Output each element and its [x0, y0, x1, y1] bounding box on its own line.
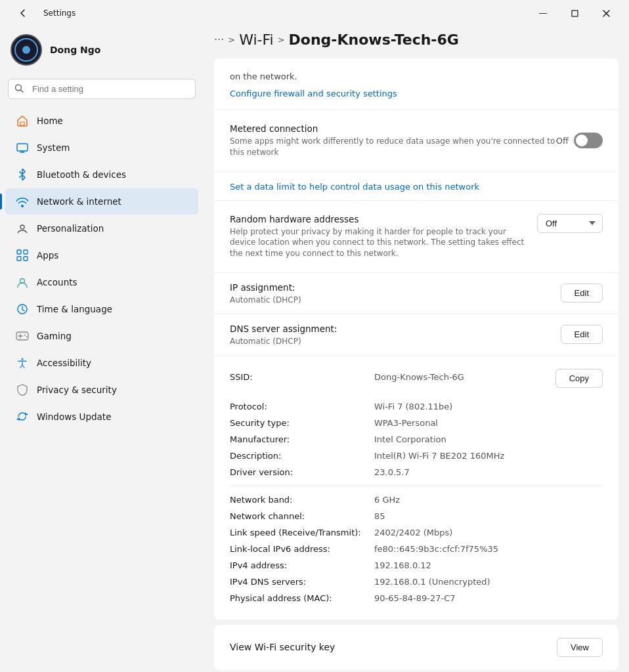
window-controls: —	[528, 4, 621, 22]
breadcrumb: ··· > Wi-Fi > Dong-Knows-Tech-6G	[214, 24, 618, 58]
svg-point-23	[22, 358, 24, 360]
search-icon	[14, 83, 24, 94]
sidebar-item-home[interactable]: Home	[5, 108, 198, 134]
driver-version-value: 23.0.5.7	[374, 467, 603, 477]
network-icon	[16, 195, 29, 208]
ip-value: Automatic (DHCP)	[230, 295, 301, 304]
back-button[interactable]	[8, 4, 38, 22]
sidebar-item-system[interactable]: System	[5, 135, 198, 161]
window-title: Settings	[43, 9, 76, 18]
view-button[interactable]: View	[557, 638, 603, 657]
sidebar-item-label-privacy: Privacy & security	[37, 385, 188, 395]
metered-toggle-label: Off	[556, 136, 569, 146]
svg-point-21	[24, 335, 26, 336]
security-type-value: WPA3-Personal	[374, 418, 603, 428]
description-row: Description: Intel(R) Wi-Fi 7 BE202 160M…	[230, 448, 603, 464]
svg-rect-12	[17, 257, 21, 261]
link-local-ipv6-value: fe80::645:9b3c:cfcf:7f75%35	[374, 544, 603, 554]
copy-button[interactable]: Copy	[555, 369, 603, 388]
sidebar-item-privacy[interactable]: Privacy & security	[5, 377, 198, 403]
dns-assignment-section: DNS server assignment: Automatic (DHCP) …	[214, 314, 618, 356]
breadcrumb-current: Dong-Knows-Tech-6G	[289, 32, 459, 48]
close-button[interactable]	[591, 4, 621, 22]
metered-label: Metered connection	[230, 123, 556, 134]
link-local-ipv6-label: Link-local IPv6 address:	[230, 544, 374, 554]
sidebar-item-label-gaming: Gaming	[37, 331, 188, 341]
svg-rect-0	[572, 10, 578, 16]
title-bar: Settings —	[0, 0, 629, 24]
minimize-button[interactable]: —	[528, 4, 558, 22]
sidebar-item-personalization[interactable]: Personalization	[5, 215, 198, 242]
svg-rect-10	[17, 250, 21, 254]
security-type-row: Security type: WPA3-Personal	[230, 415, 603, 431]
network-band-label: Network band:	[230, 495, 374, 505]
sidebar-item-label-home: Home	[37, 116, 188, 126]
random-hw-dropdown[interactable]: Off On Daily	[537, 214, 603, 233]
main-content: ··· > Wi-Fi > Dong-Knows-Tech-6G on the …	[204, 24, 629, 672]
avatar	[11, 34, 42, 66]
svg-line-4	[21, 90, 24, 93]
user-profile: Dong Ngo	[0, 24, 204, 76]
sidebar-item-time[interactable]: Time & language	[5, 296, 198, 322]
ip-edit-button[interactable]: Edit	[561, 284, 603, 303]
ipv4-dns-label: IPv4 DNS servers:	[230, 577, 374, 587]
protocol-label: Protocol:	[230, 402, 374, 411]
ipv4-address-label: IPv4 address:	[230, 560, 374, 570]
apps-icon	[16, 249, 29, 262]
breadcrumb-wifi[interactable]: Wi-Fi	[239, 32, 274, 48]
network-channel-value: 85	[374, 511, 603, 521]
sidebar-item-accessibility[interactable]: Accessibility	[5, 350, 198, 376]
sidebar-item-accounts[interactable]: Accounts	[5, 269, 198, 295]
random-hw-desc: Help protect your privacy by making it h…	[230, 226, 527, 259]
sidebar-item-label-windows-update: Windows Update	[37, 411, 188, 422]
maximize-button[interactable]	[559, 4, 590, 22]
sidebar-item-label-system: System	[37, 142, 188, 153]
driver-version-row: Driver version: 23.0.5.7	[230, 464, 603, 480]
sidebar-item-label-accessibility: Accessibility	[37, 358, 188, 368]
ipv4-address-value: 192.168.0.12	[374, 560, 603, 570]
ipv4-address-row: IPv4 address: 192.168.0.12	[230, 557, 603, 574]
manufacturer-row: Manufacturer: Intel Corporation	[230, 431, 603, 448]
wifi-security-label: View Wi-Fi security key	[230, 642, 335, 652]
sidebar-item-apps[interactable]: Apps	[5, 242, 198, 268]
data-limit-link[interactable]: Set a data limit to help control data us…	[230, 182, 479, 192]
breadcrumb-sep2: >	[278, 35, 285, 45]
dns-label: DNS server assignment:	[230, 324, 337, 334]
firewall-link[interactable]: Configure firewall and security settings	[230, 89, 397, 98]
nav-menu: Home System Bluetooth & devices	[0, 107, 204, 430]
ssid-row: SSID: Dong-Knows-Tech-6G	[230, 369, 464, 385]
gaming-icon	[16, 329, 29, 343]
ip-label: IP assignment:	[230, 282, 301, 293]
search-input[interactable]	[8, 79, 196, 99]
firewall-note: on the network.	[230, 72, 603, 81]
link-speed-value: 2402/2402 (Mbps)	[374, 528, 603, 537]
physical-mac-value: 90-65-84-89-27-C7	[374, 593, 603, 603]
breadcrumb-dots[interactable]: ···	[214, 33, 224, 46]
ipv4-dns-value: 192.168.0.1 (Unencrypted)	[374, 577, 603, 587]
metered-section: Metered connection Some apps might work …	[214, 110, 618, 172]
sidebar-item-network[interactable]: Network & internet	[5, 188, 198, 215]
ip-assignment-section: IP assignment: Automatic (DHCP) Edit	[214, 273, 618, 314]
metered-toggle[interactable]	[574, 133, 603, 148]
sidebar-item-label-bluetooth: Bluetooth & devices	[37, 169, 188, 180]
metered-toggle-wrap: Off	[556, 133, 603, 148]
svg-point-9	[20, 225, 24, 229]
breadcrumb-sep1: >	[228, 35, 235, 45]
sidebar: Dong Ngo Home System	[0, 24, 204, 672]
link-local-ipv6-row: Link-local IPv6 address: fe80::645:9b3c:…	[230, 541, 603, 557]
svg-point-22	[26, 336, 28, 337]
network-channel-row: Network channel: 85	[230, 508, 603, 524]
sidebar-item-windows-update[interactable]: Windows Update	[5, 404, 198, 430]
manufacturer-value: Intel Corporation	[374, 434, 603, 444]
svg-rect-5	[20, 122, 24, 125]
link-speed-label: Link speed (Receive/Transmit):	[230, 528, 374, 537]
dns-edit-button[interactable]: Edit	[561, 325, 603, 344]
app-window: Dong Ngo Home System	[0, 24, 629, 672]
privacy-icon	[16, 383, 29, 396]
ipv4-dns-row: IPv4 DNS servers: 192.168.0.1 (Unencrypt…	[230, 574, 603, 590]
sidebar-item-gaming[interactable]: Gaming	[5, 323, 198, 349]
sidebar-item-label-time: Time & language	[37, 304, 188, 314]
svg-rect-13	[24, 257, 28, 261]
security-type-label: Security type:	[230, 418, 374, 428]
sidebar-item-bluetooth[interactable]: Bluetooth & devices	[5, 161, 198, 188]
